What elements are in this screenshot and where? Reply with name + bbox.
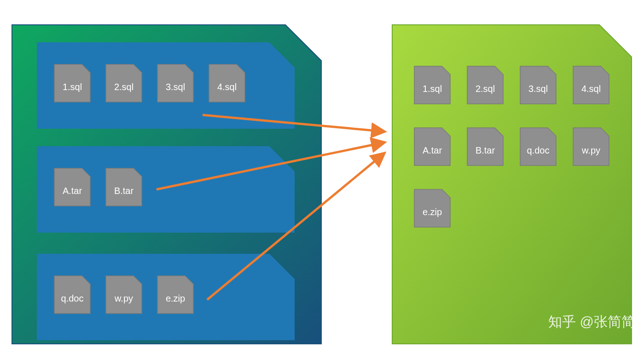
right-file-0-3-label: 4.sql [581, 84, 601, 94]
left-file-2-1-label: w.py [114, 293, 133, 303]
diagram-canvas: 1.sql2.sql3.sql4.sqlA.tarB.tarq.docw.pye… [0, 0, 644, 348]
left-file-0-1-label: 2.sql [114, 82, 133, 92]
right-file-0-2-label: 3.sql [528, 84, 548, 94]
right-file-0-0-label: 1.sql [423, 84, 442, 94]
left-file-0-0-label: 1.sql [63, 82, 82, 92]
right-file-1-3-label: w.py [581, 145, 600, 155]
watermark-text: 知乎 @张简简 [548, 314, 635, 329]
right-file-1-2-label: q.doc [527, 145, 550, 155]
left-file-2-2-label: e.zip [166, 293, 185, 303]
right-file-2-0-label: e.zip [423, 207, 442, 217]
left-file-2-0-label: q.doc [61, 293, 84, 303]
left-file-0-2-label: 3.sql [166, 82, 185, 92]
right-file-1-1-label: B.tar [476, 145, 495, 155]
left-file-1-0-label: A.tar [63, 186, 82, 196]
left-file-1-1-label: B.tar [114, 186, 134, 196]
left-file-0-3-label: 4.sql [217, 82, 237, 92]
right-file-1-0-label: A.tar [423, 145, 442, 155]
right-file-0-1-label: 2.sql [476, 84, 495, 94]
